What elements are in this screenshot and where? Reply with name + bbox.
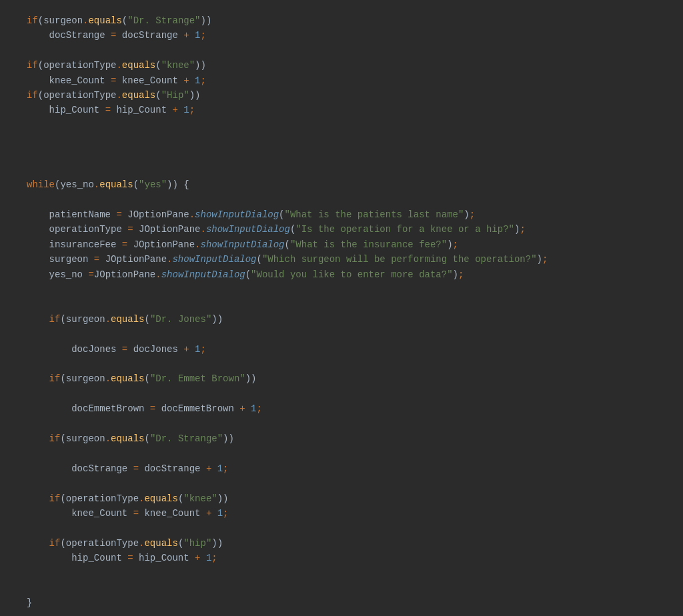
code-line-blank8 [27,327,656,341]
code-line-4: if(operationType.equals("knee")) [27,58,656,73]
code-line-blank13 [27,476,656,491]
code-line-blank9 [27,357,656,371]
code-line-blank4 [27,163,656,177]
code-line-if-emmet: if(surgeon.equals("Dr. Emmet Brown")) [27,371,656,386]
code-line-docstrange2: docStrange = docStrange + 1; [27,461,656,476]
code-line-2: docStrange = docStrange + 1; [27,28,656,43]
code-line-hipcount2: hip_Count = hip_Count + 1; [27,551,656,565]
code-line-1: if(surgeon.equals("Dr. Strange")) [27,13,656,28]
code-line-blank16 [27,581,656,595]
code-line-blank10 [27,387,656,401]
code-line-closing-brace: } [27,595,656,610]
code-line-if-jones: if(surgeon.equals("Dr. Jones")) [27,312,656,327]
code-line-docemmet: docEmmetBrown = docEmmetBrown + 1; [27,401,656,416]
code-line-6: if(operationType.equals("Hip")) [27,88,656,103]
code-line-blank3 [27,148,656,163]
code-line-7: hip_Count = hip_Count + 1; [27,103,656,117]
code-line-if-strange2: if(surgeon.equals("Dr. Strange")) [27,431,656,446]
code-line-surgeon: surgeon = JOptionPane.showInputDialog("W… [27,252,656,267]
code-line-blank11 [27,417,656,431]
code-line-operationtype: operationType = JOptionPane.showInputDia… [27,222,656,237]
code-line-blank5 [27,193,656,207]
code-line-blank6 [27,282,656,297]
code-line-if-hip2: if(operationType.equals("hip")) [27,536,656,551]
code-line-5: knee_Count = knee_Count + 1; [27,73,656,88]
code-line-docjones: docJones = docJones + 1; [27,342,656,357]
code-line-blank12 [27,446,656,461]
code-line-blank7 [27,297,656,311]
code-editor: if(surgeon.equals("Dr. Strange")) docStr… [0,0,683,616]
code-line-if-knee2: if(operationType.equals("knee")) [27,491,656,506]
code-line-blank15 [27,565,656,580]
code-line-patientname: patientName = JOptionPane.showInputDialo… [27,207,656,222]
code-line-blank14 [27,521,656,535]
code-line-yesno: yes_no =JOptionPane.showInputDialog("Wou… [27,267,656,282]
code-line-blank1 [27,118,656,133]
code-line-kneecount2: knee_Count = knee_Count + 1; [27,506,656,521]
code-line-insurancefee: insuranceFee = JOptionPane.showInputDial… [27,237,656,252]
code-line-blank2 [27,133,656,147]
code-line-3 [27,43,656,58]
code-line-while: while(yes_no.equals("yes")) { [27,177,656,192]
